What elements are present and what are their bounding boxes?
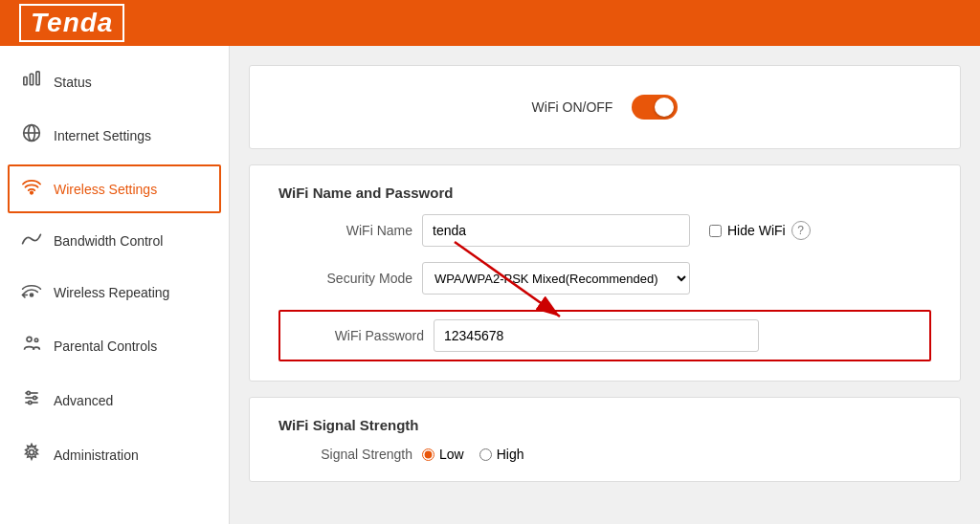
sidebar-item-status-label: Status [54,75,92,90]
wifi-name-label: WiFi Name [278,223,412,238]
wifi-name-password-title: WiFi Name and Password [278,185,931,201]
signal-high-option[interactable]: High [479,447,524,462]
security-mode-select[interactable]: WPA/WPA2-PSK Mixed(Recommended) WPA-PSK … [422,262,690,295]
security-mode-label: Security Mode [278,271,412,286]
wifi-toggle-switch[interactable] [632,95,678,120]
svg-point-16 [29,401,32,404]
wifi-name-password-card: WiFi Name and Password WiFi Name Hide Wi… [249,164,961,382]
svg-point-6 [31,191,33,193]
hide-wifi-label: Hide WiFi [727,223,786,238]
advanced-icon [21,388,42,412]
svg-point-7 [30,294,33,296]
svg-point-15 [33,396,36,399]
svg-rect-1 [30,74,33,84]
svg-point-9 [27,337,32,341]
wifi-name-input[interactable] [422,214,690,247]
signal-low-option[interactable]: Low [422,447,464,462]
logo: Tenda [19,4,124,42]
svg-rect-2 [36,72,39,85]
sidebar-item-advanced[interactable]: Advanced [0,373,229,427]
bandwidth-icon [21,230,42,251]
main-layout: Status Internet Settings [0,46,980,524]
hide-wifi-row: Hide WiFi ? [709,221,811,240]
content-area: WiFi ON/OFF WiFi Name and Password WiFi … [230,46,980,524]
wireless-settings-icon [21,178,42,200]
header: Tenda [0,0,980,46]
sidebar-item-wireless-settings[interactable]: Wireless Settings [8,164,221,213]
wifi-name-row: WiFi Name Hide WiFi ? [278,214,931,247]
security-mode-row: Security Mode WPA/WPA2-PSK Mixed(Recomme… [278,262,931,295]
help-icon[interactable]: ? [791,221,811,240]
sidebar: Status Internet Settings [0,46,230,524]
wifi-toggle-label: WiFi ON/OFF [532,99,613,115]
signal-low-label: Low [439,447,464,462]
sidebar-item-bandwidth-control[interactable]: Bandwidth Control [0,215,229,266]
signal-low-radio[interactable] [422,448,434,461]
hide-wifi-checkbox[interactable] [709,225,722,237]
wifi-signal-title: WiFi Signal Strength [278,417,931,433]
sidebar-item-parental-label: Parental Controls [54,338,157,354]
parental-icon [21,334,42,358]
wifi-toggle-card: WiFi ON/OFF [249,65,961,149]
signal-high-radio[interactable] [479,448,492,461]
wifi-signal-card: WiFi Signal Strength Signal Strength Low… [249,397,961,482]
sidebar-item-wireless-repeating[interactable]: Wireless Repeating [0,266,229,318]
administration-icon [21,443,42,467]
wireless-repeating-icon [21,281,42,303]
wifi-password-label: WiFi Password [290,328,424,343]
svg-rect-0 [24,77,27,85]
status-icon [21,71,42,93]
svg-point-10 [34,338,37,341]
internet-icon [21,123,42,147]
wifi-toggle-row: WiFi ON/OFF [278,85,931,129]
sidebar-item-bandwidth-label: Bandwidth Control [54,233,163,249]
sidebar-item-internet-label: Internet Settings [54,128,151,143]
sidebar-item-status[interactable]: Status [0,55,229,108]
signal-strength-radio-group: Low High [422,447,523,462]
sidebar-item-internet-settings[interactable]: Internet Settings [0,108,229,163]
sidebar-item-administration[interactable]: Administration [0,427,229,482]
signal-strength-row: Signal Strength Low High [278,447,931,462]
signal-high-label: High [497,447,524,462]
signal-strength-label: Signal Strength [278,447,412,462]
sidebar-item-wireless-label: Wireless Settings [54,182,157,197]
sidebar-item-advanced-label: Advanced [54,393,113,408]
wifi-password-highlighted-row: WiFi Password [278,310,931,361]
svg-point-17 [30,450,34,455]
sidebar-item-administration-label: Administration [54,448,139,463]
sidebar-item-repeating-label: Wireless Repeating [54,285,169,300]
svg-point-14 [27,391,30,394]
wifi-password-input[interactable] [434,319,759,352]
sidebar-item-parental-controls[interactable]: Parental Controls [0,318,229,373]
